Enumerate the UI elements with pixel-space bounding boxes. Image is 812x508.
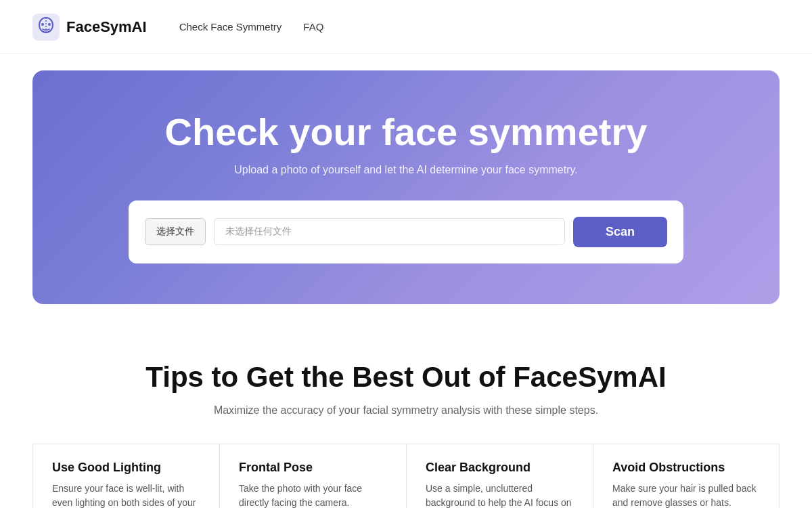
tip-card-title: Clear Background (426, 461, 574, 475)
tip-card-body: Use a simple, uncluttered background to … (426, 482, 574, 508)
logo-text: FaceSymAI (66, 18, 147, 36)
logo-icon (32, 14, 60, 41)
file-input-row: 选择文件 未选择任何文件 Scan (145, 217, 667, 247)
hero-subtitle: Upload a photo of yourself and let the A… (65, 164, 747, 176)
file-choose-button[interactable]: 选择文件 (145, 218, 206, 245)
nav-check-face[interactable]: Check Face Symmetry (179, 21, 282, 33)
tips-subtitle: Maximize the accuracy of your facial sym… (32, 404, 780, 417)
tip-card: Frontal Pose Take the photo with your fa… (219, 444, 406, 508)
tips-section: Tips to Get the Best Out of FaceSymAI Ma… (0, 320, 812, 508)
tip-card-title: Use Good Lighting (52, 461, 200, 475)
tip-card: Avoid Obstructions Make sure your hair i… (593, 444, 780, 508)
logo: FaceSymAI (32, 14, 147, 41)
svg-point-4 (48, 23, 51, 26)
site-header: FaceSymAI Check Face Symmetry FAQ (0, 0, 812, 54)
main-nav: Check Face Symmetry FAQ (179, 21, 324, 33)
svg-point-3 (41, 23, 44, 26)
tips-title: Tips to Get the Best Out of FaceSymAI (32, 361, 780, 394)
tip-card-body: Take the photo with your face directly f… (239, 482, 387, 508)
tip-card-title: Frontal Pose (239, 461, 387, 475)
hero-section: Check your face symmetry Upload a photo … (32, 70, 780, 304)
tips-grid: Use Good Lighting Ensure your face is we… (32, 444, 780, 508)
file-name-display: 未选择任何文件 (214, 218, 565, 245)
tip-card: Use Good Lighting Ensure your face is we… (32, 444, 219, 508)
tip-card-body: Ensure your face is well-lit, with even … (52, 482, 200, 508)
nav-faq[interactable]: FAQ (303, 21, 323, 33)
tip-card: Clear Background Use a simple, unclutter… (406, 444, 593, 508)
upload-area: 选择文件 未选择任何文件 Scan (129, 200, 683, 263)
tip-card-body: Make sure your hair is pulled back and r… (612, 482, 760, 508)
tip-card-title: Avoid Obstructions (612, 461, 760, 475)
hero-title: Check your face symmetry (65, 111, 747, 153)
scan-button[interactable]: Scan (573, 217, 667, 247)
